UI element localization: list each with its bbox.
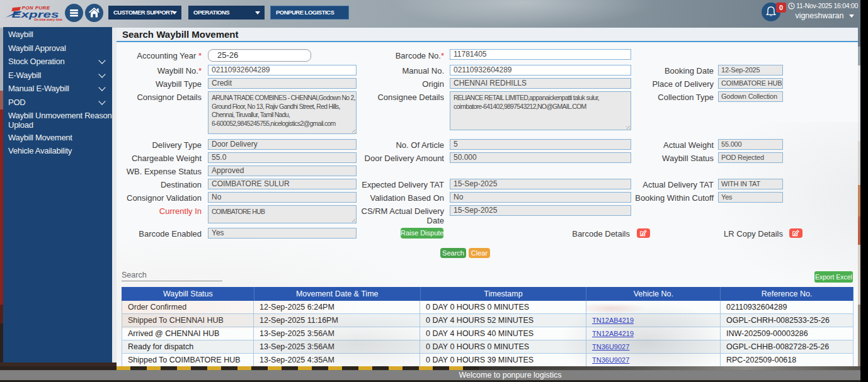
svg-text:On time every time: On time every time [34,18,62,21]
